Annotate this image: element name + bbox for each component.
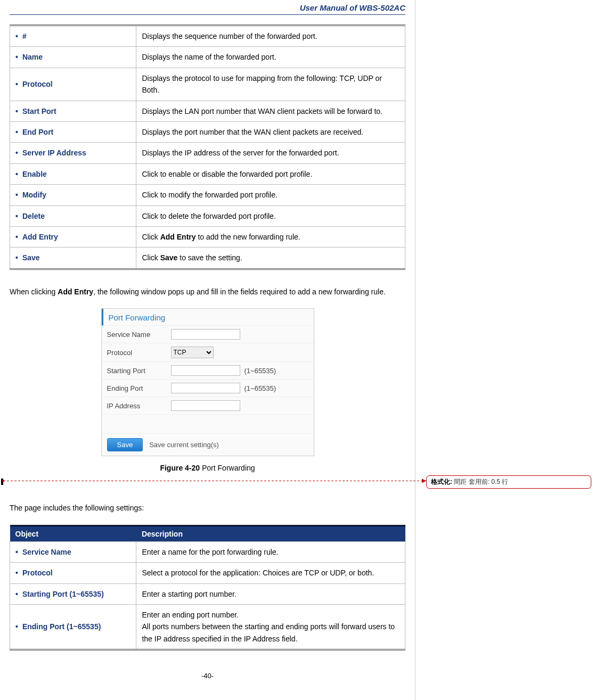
bullet-icon: • [15, 253, 18, 262]
comment-anchor-mark [1, 479, 3, 485]
table-row: •Server IP AddressDisplays the IP addres… [10, 143, 405, 163]
bullet-icon: • [15, 149, 18, 157]
settings-table-2: Object Description •Service NameEnter a … [10, 525, 405, 650]
save-description: Save current setting(s) [149, 441, 219, 449]
label-starting-port: Starting Port [107, 367, 171, 375]
label-ending-port: Ending Port [107, 384, 171, 392]
cell-object: •Enable [10, 163, 136, 184]
cell-object: •Service Name [10, 541, 136, 562]
table-row: •ModifyClick to modify the forwarded por… [10, 185, 405, 205]
paragraph-includes: The page includes the following settings… [10, 501, 405, 515]
cell-description: Click to modify the forwarded port profi… [136, 185, 405, 205]
object-label: Service Name [22, 548, 71, 556]
object-label: Enable [22, 170, 47, 178]
table-row: •Start PortDisplays the LAN port number … [10, 101, 405, 121]
cell-object: •Ending Port (1~65535) [10, 605, 136, 650]
bullet-icon: • [15, 170, 18, 178]
object-label: Starting Port (1~65535) [22, 590, 104, 598]
bullet-icon: • [15, 569, 18, 577]
text: , the following window pops up and fill … [93, 287, 386, 296]
bullet-icon: • [15, 233, 18, 241]
cell-description: Enter a starting port number. [136, 583, 405, 604]
page-number: -40- [10, 672, 405, 680]
bullet-icon: • [15, 590, 18, 598]
cell-description: Click to enable or disable the forwarded… [136, 163, 405, 184]
cell-object: •Delete [10, 205, 136, 226]
object-label: Modify [22, 191, 46, 199]
row-ip-address: IP Address [102, 397, 314, 415]
cell-description: Displays the sequence number of the forw… [136, 26, 405, 47]
header-rule [10, 14, 405, 15]
object-label: Protocol [22, 569, 53, 577]
object-label: End Port [22, 128, 53, 136]
table-row: •SaveClick Save to save the setting. [10, 248, 405, 269]
table-row: •#Displays the sequence number of the fo… [10, 26, 405, 47]
hint-starting-port: (1~65535) [245, 367, 276, 375]
cell-object: •Modify [10, 185, 136, 205]
table-row: •End PortDisplays the port number that t… [10, 121, 405, 142]
bullet-icon: • [15, 212, 18, 220]
text-bold: Add Entry [58, 287, 93, 296]
cell-object: •Protocol [10, 68, 136, 101]
bullet-icon: • [15, 53, 18, 61]
format-comment-callout: 格式化: 間距 套用前: 0.5 行 [426, 475, 591, 489]
text: When clicking [10, 287, 58, 296]
row-ending-port: Ending Port (1~65535) [102, 380, 314, 397]
cell-object: •Start Port [10, 101, 136, 121]
table-header-row: Object Description [10, 525, 405, 541]
page-header-title: User Manual of WBS-502AC [10, 0, 405, 14]
cell-description: Enter a name for the port forwarding rul… [136, 541, 405, 562]
table-row: •EnableClick to enable or disable the fo… [10, 163, 405, 184]
label-protocol: Protocol [107, 349, 171, 357]
label-ip-address: IP Address [107, 402, 171, 410]
cell-object: •Add Entry [10, 226, 136, 247]
object-label: Add Entry [22, 233, 58, 241]
cell-object: •# [10, 26, 136, 47]
panel-spacer [102, 415, 314, 434]
table-row: •Ending Port (1~65535)Enter an ending po… [10, 605, 405, 650]
cell-object: •Starting Port (1~65535) [10, 583, 136, 604]
ip-address-input[interactable] [171, 400, 240, 411]
table-row: •Add EntryClick Add Entry to add the new… [10, 226, 405, 247]
table-row: •ProtocolDisplays the protocol to use fo… [10, 68, 405, 101]
object-label: Ending Port (1~65535) [22, 622, 101, 631]
settings-table-1: •#Displays the sequence number of the fo… [10, 24, 405, 270]
cell-description: Displays the protocol to use for mapping… [136, 68, 405, 101]
figure-caption: Figure 4-20 Port Forwarding [10, 464, 405, 472]
object-label: Delete [22, 212, 45, 220]
ending-port-input[interactable] [171, 383, 240, 393]
object-label: Start Port [22, 107, 56, 116]
bullet-icon: • [15, 548, 18, 556]
cell-description: Click Add Entry to add the new forwardin… [136, 226, 405, 247]
cell-object: •Save [10, 248, 136, 269]
document-page: User Manual of WBS-502AC •#Displays the … [0, 0, 416, 700]
cell-description: Displays the name of the forwarded port. [136, 47, 405, 68]
figure-caption-bold: Figure 4-20 [160, 464, 200, 472]
bullet-icon: • [15, 622, 18, 631]
save-button[interactable]: Save [107, 438, 143, 451]
row-protocol: Protocol TCP [102, 343, 314, 362]
bullet-icon: • [15, 32, 18, 40]
table-row: •DeleteClick to delete the forwarded por… [10, 205, 405, 226]
panel-footer: Save Save current setting(s) [102, 434, 314, 456]
cell-object: •Server IP Address [10, 143, 136, 163]
object-label: # [22, 32, 27, 40]
object-label: Server IP Address [22, 149, 86, 157]
cell-description: Displays the IP address of the server fo… [136, 143, 405, 163]
figure-port-forwarding: Port Forwarding Service Name Protocol TC… [10, 308, 405, 456]
service-name-input[interactable] [171, 329, 240, 340]
table-row: •NameDisplays the name of the forwarded … [10, 47, 405, 68]
hint-ending-port: (1~65535) [245, 384, 276, 392]
cell-object: •Protocol [10, 563, 136, 583]
protocol-select[interactable]: TCP [171, 347, 214, 358]
starting-port-input[interactable] [171, 365, 240, 376]
object-label: Save [22, 253, 40, 262]
bullet-icon: • [15, 107, 18, 116]
cell-object: •Name [10, 47, 136, 68]
bullet-icon: • [15, 191, 18, 199]
header-object: Object [10, 525, 136, 541]
cell-object: •End Port [10, 121, 136, 142]
object-label: Name [22, 53, 43, 61]
bullet-icon: • [15, 128, 18, 136]
cell-description: Select a protocol for the application: C… [136, 563, 405, 583]
